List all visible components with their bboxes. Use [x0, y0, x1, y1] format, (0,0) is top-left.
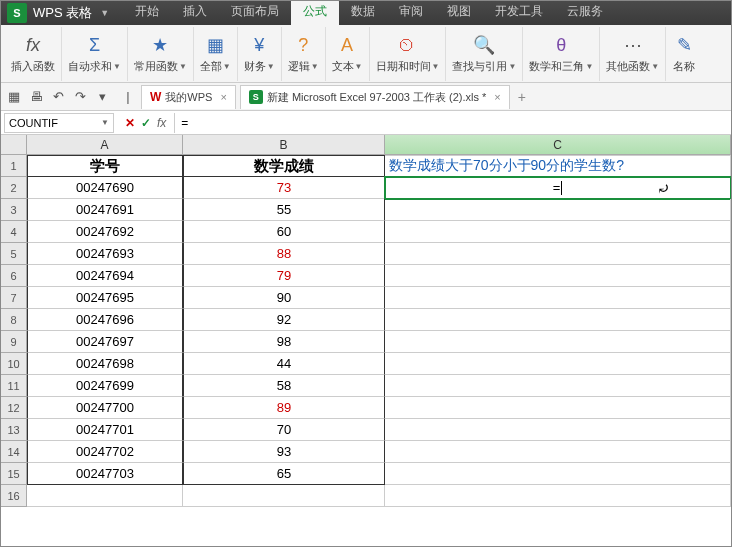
- tab-0[interactable]: 开始: [123, 0, 171, 25]
- ribbon-文本[interactable]: A文本▼: [326, 27, 370, 81]
- ribbon-日期和时间[interactable]: ⏲日期和时间▼: [370, 27, 447, 81]
- cell-b11[interactable]: 58: [183, 375, 385, 397]
- cell-a9[interactable]: 00247697: [27, 331, 183, 353]
- row-header-12[interactable]: 12: [1, 397, 27, 419]
- cell-a14[interactable]: 00247702: [27, 441, 183, 463]
- cell-a16[interactable]: [27, 485, 183, 507]
- row-header-3[interactable]: 3: [1, 199, 27, 221]
- row-header-11[interactable]: 11: [1, 375, 27, 397]
- ribbon-数学和三角[interactable]: θ数学和三角▼: [523, 27, 600, 81]
- cell-a3[interactable]: 00247691: [27, 199, 183, 221]
- cell-a6[interactable]: 00247694: [27, 265, 183, 287]
- app-menu-dropdown-icon[interactable]: ▼: [100, 8, 109, 18]
- ribbon-财务[interactable]: ¥财务▼: [238, 27, 282, 81]
- cell-c5[interactable]: [385, 243, 731, 265]
- cell-a15[interactable]: 00247703: [27, 463, 183, 485]
- ribbon-逻辑[interactable]: ?逻辑▼: [282, 27, 326, 81]
- tab-3[interactable]: 公式: [291, 0, 339, 25]
- row-header-2[interactable]: 2: [1, 177, 27, 199]
- cell-b12[interactable]: 89: [183, 397, 385, 419]
- row-header-5[interactable]: 5: [1, 243, 27, 265]
- cell-a13[interactable]: 00247701: [27, 419, 183, 441]
- row-header-7[interactable]: 7: [1, 287, 27, 309]
- cell-a1[interactable]: 学号: [27, 155, 183, 177]
- cell-c7[interactable]: [385, 287, 731, 309]
- cell-a8[interactable]: 00247696: [27, 309, 183, 331]
- cell-c8[interactable]: [385, 309, 731, 331]
- row-header-9[interactable]: 9: [1, 331, 27, 353]
- name-box-dropdown-icon[interactable]: ▼: [101, 118, 109, 127]
- cell-c3[interactable]: [385, 199, 731, 221]
- cell-b13[interactable]: 70: [183, 419, 385, 441]
- qat-btn-2[interactable]: ↶: [49, 88, 67, 106]
- cell-b15[interactable]: 65: [183, 463, 385, 485]
- doctab-file[interactable]: S 新建 Microsoft Excel 97-2003 工作表 (2).xls…: [240, 85, 510, 109]
- ribbon-插入函数[interactable]: fx插入函数: [5, 27, 62, 81]
- cell-a4[interactable]: 00247692: [27, 221, 183, 243]
- tab-8[interactable]: 云服务: [555, 0, 615, 25]
- row-header-1[interactable]: 1: [1, 155, 27, 177]
- cell-b2[interactable]: 73: [183, 177, 385, 199]
- cell-b8[interactable]: 92: [183, 309, 385, 331]
- row-header-8[interactable]: 8: [1, 309, 27, 331]
- close-icon[interactable]: ×: [494, 91, 500, 103]
- cell-c12[interactable]: [385, 397, 731, 419]
- row-header-16[interactable]: 16: [1, 485, 27, 507]
- close-icon[interactable]: ×: [220, 91, 226, 103]
- cell-c1[interactable]: 数学成绩大于70分小于90分的学生数?: [385, 155, 731, 177]
- ribbon-全部[interactable]: ▦全部▼: [194, 27, 238, 81]
- row-header-13[interactable]: 13: [1, 419, 27, 441]
- cell-b10[interactable]: 44: [183, 353, 385, 375]
- cell-a7[interactable]: 00247695: [27, 287, 183, 309]
- cell-a11[interactable]: 00247699: [27, 375, 183, 397]
- cell-c16[interactable]: [385, 485, 731, 507]
- ribbon-名称[interactable]: ✎名称: [666, 27, 702, 81]
- cell-c13[interactable]: [385, 419, 731, 441]
- cell-a10[interactable]: 00247698: [27, 353, 183, 375]
- formula-input[interactable]: =: [174, 113, 731, 133]
- col-header-b[interactable]: B: [183, 135, 385, 155]
- cell-a2[interactable]: 00247690: [27, 177, 183, 199]
- qat-btn-1[interactable]: 🖶: [27, 88, 45, 106]
- qat-btn-4[interactable]: ▾: [93, 88, 111, 106]
- cell-c15[interactable]: [385, 463, 731, 485]
- cell-b5[interactable]: 88: [183, 243, 385, 265]
- row-header-14[interactable]: 14: [1, 441, 27, 463]
- col-header-a[interactable]: A: [27, 135, 183, 155]
- row-header-6[interactable]: 6: [1, 265, 27, 287]
- tab-5[interactable]: 审阅: [387, 0, 435, 25]
- cell-a5[interactable]: 00247693: [27, 243, 183, 265]
- cell-c6[interactable]: [385, 265, 731, 287]
- cell-b7[interactable]: 90: [183, 287, 385, 309]
- row-header-10[interactable]: 10: [1, 353, 27, 375]
- tab-2[interactable]: 页面布局: [219, 0, 291, 25]
- cell-b6[interactable]: 79: [183, 265, 385, 287]
- new-tab-button[interactable]: +: [518, 89, 526, 105]
- cell-c10[interactable]: [385, 353, 731, 375]
- qat-btn-0[interactable]: ▦: [5, 88, 23, 106]
- cell-b9[interactable]: 98: [183, 331, 385, 353]
- doctab-mywps[interactable]: W 我的WPS ×: [141, 85, 236, 109]
- qat-btn-3[interactable]: ↷: [71, 88, 89, 106]
- cell-c2-editing[interactable]: =⤾: [385, 177, 731, 199]
- row-header-4[interactable]: 4: [1, 221, 27, 243]
- name-box[interactable]: COUNTIF ▼: [4, 113, 114, 133]
- tab-7[interactable]: 开发工具: [483, 0, 555, 25]
- cell-b1[interactable]: 数学成绩: [183, 155, 385, 177]
- tab-1[interactable]: 插入: [171, 0, 219, 25]
- cell-b3[interactable]: 55: [183, 199, 385, 221]
- cell-b16[interactable]: [183, 485, 385, 507]
- ribbon-常用函数[interactable]: ★常用函数▼: [128, 27, 194, 81]
- cell-c14[interactable]: [385, 441, 731, 463]
- tab-6[interactable]: 视图: [435, 0, 483, 25]
- cell-b4[interactable]: 60: [183, 221, 385, 243]
- cell-a12[interactable]: 00247700: [27, 397, 183, 419]
- cell-c9[interactable]: [385, 331, 731, 353]
- col-header-c[interactable]: C: [385, 135, 731, 155]
- confirm-formula-button[interactable]: ✓: [141, 116, 151, 130]
- cell-b14[interactable]: 93: [183, 441, 385, 463]
- tab-4[interactable]: 数据: [339, 0, 387, 25]
- select-all-corner[interactable]: [1, 135, 27, 155]
- ribbon-其他函数[interactable]: ⋯其他函数▼: [600, 27, 666, 81]
- fx-button[interactable]: fx: [157, 116, 166, 130]
